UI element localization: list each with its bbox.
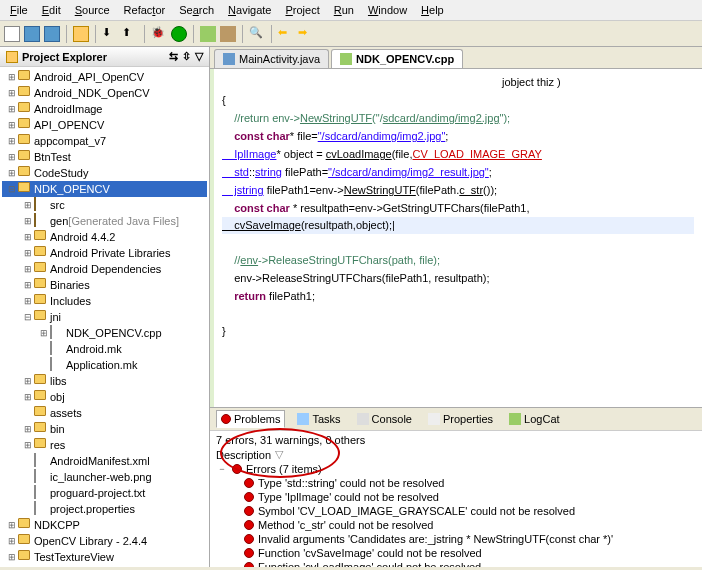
tree-item[interactable]: ⊞CodeStudy — [2, 165, 207, 181]
expand-icon[interactable]: ⊞ — [6, 520, 18, 530]
tree-item[interactable]: ⊞AndroidImage — [2, 101, 207, 117]
menu-edit[interactable]: Edit — [36, 2, 67, 18]
error-item[interactable]: Type 'std::string' could not be resolved — [216, 476, 696, 490]
menu-project[interactable]: Project — [280, 2, 326, 18]
error-item[interactable]: Type 'IplImage' could not be resolved — [216, 490, 696, 504]
new-class-icon[interactable] — [200, 26, 216, 42]
menu-run[interactable]: Run — [328, 2, 360, 18]
tree-item[interactable]: AndroidManifest.xml — [2, 453, 207, 469]
tree-item[interactable]: ⊞Android_NDK_OpenCV — [2, 85, 207, 101]
tree-item[interactable]: ⊞Includes — [2, 293, 207, 309]
back-icon[interactable]: ⬅ — [278, 26, 294, 42]
expand-icon[interactable]: ⊞ — [22, 424, 34, 434]
menu-source[interactable]: Source — [69, 2, 116, 18]
tree-item[interactable]: ic_launcher-web.png — [2, 469, 207, 485]
tree-item[interactable]: Android.mk — [2, 341, 207, 357]
build-icon[interactable] — [73, 26, 89, 42]
error-item[interactable]: Invalid arguments 'Candidates are:_jstri… — [216, 532, 696, 546]
expand-icon[interactable]: ⊞ — [22, 248, 34, 258]
error-item[interactable]: Function 'cvSaveImage' could not be reso… — [216, 546, 696, 560]
new-package-icon[interactable] — [220, 26, 236, 42]
view-menu-icon[interactable]: ▽ — [195, 50, 203, 63]
tab-console[interactable]: Console — [353, 410, 416, 428]
link-editor-icon[interactable]: ⇳ — [182, 50, 191, 63]
tab-problems[interactable]: Problems — [216, 410, 285, 428]
tree-item[interactable]: ⊞NDKCPP — [2, 517, 207, 533]
expand-icon[interactable]: ⊞ — [6, 552, 18, 562]
tree-item[interactable]: ⊞Binaries — [2, 277, 207, 293]
tree-item[interactable]: proguard-project.txt — [2, 485, 207, 501]
download-icon[interactable]: ⬇ — [102, 26, 118, 42]
tree-item[interactable]: ⊞src — [2, 197, 207, 213]
problems-column-header[interactable]: Description ▽ — [216, 447, 696, 462]
tree-item[interactable]: ⊞BtnTest — [2, 149, 207, 165]
tree-item[interactable]: ⊟jni — [2, 309, 207, 325]
tree-item[interactable]: Application.mk — [2, 357, 207, 373]
tree-item[interactable]: ⊞appcompat_v7 — [2, 133, 207, 149]
expand-icon[interactable]: ⊞ — [22, 264, 34, 274]
problems-view[interactable]: 7 errors, 31 warnings, 0 others Descript… — [210, 431, 702, 567]
tab-ndk-opencv[interactable]: NDK_OPENCV.cpp — [331, 49, 463, 68]
error-item[interactable]: Function 'cvLoadImage' could not be reso… — [216, 560, 696, 567]
tree-item[interactable]: ⊞Android_API_OpenCV — [2, 69, 207, 85]
expand-icon[interactable]: ⊞ — [22, 216, 34, 226]
tab-logcat[interactable]: LogCat — [505, 410, 563, 428]
expand-icon[interactable]: ⊞ — [6, 72, 18, 82]
expand-icon[interactable]: ⊞ — [22, 200, 34, 210]
tree-item[interactable]: ⊞bin — [2, 421, 207, 437]
tree-item[interactable]: ⊞Android Dependencies — [2, 261, 207, 277]
expand-icon[interactable]: ⊞ — [22, 232, 34, 242]
tab-properties[interactable]: Properties — [424, 410, 497, 428]
tree-item[interactable]: ⊞Android Private Libraries — [2, 245, 207, 261]
search-icon[interactable]: 🔍 — [249, 26, 265, 42]
error-item[interactable]: Method 'c_str' could not be resolved — [216, 518, 696, 532]
code-editor[interactable]: jobject thiz ) { //return env->NewString… — [210, 69, 702, 407]
menu-window[interactable]: Window — [362, 2, 413, 18]
tree-item[interactable]: ⊞TestTextureView — [2, 549, 207, 565]
debug-icon[interactable]: 🐞 — [151, 26, 167, 42]
expand-icon[interactable]: ⊟ — [6, 184, 18, 194]
menu-navigate[interactable]: Navigate — [222, 2, 277, 18]
expand-icon[interactable]: ⊞ — [22, 296, 34, 306]
expand-icon[interactable]: ⊞ — [22, 392, 34, 402]
forward-icon[interactable]: ➡ — [298, 26, 314, 42]
tree-item[interactable]: project.properties — [2, 501, 207, 517]
tree-item[interactable]: ⊞gen [Generated Java Files] — [2, 213, 207, 229]
tab-mainactivity[interactable]: MainActivity.java — [214, 49, 329, 68]
tree-item[interactable]: ⊞OpenCV Library - 2.4.4 — [2, 533, 207, 549]
expand-icon[interactable]: ⊞ — [6, 136, 18, 146]
expand-icon[interactable]: ⊞ — [6, 104, 18, 114]
save-icon[interactable] — [24, 26, 40, 42]
expand-icon[interactable]: ⊞ — [6, 120, 18, 130]
tree-item[interactable]: ⊞Android 4.4.2 — [2, 229, 207, 245]
menu-file[interactable]: FFileile — [4, 2, 34, 18]
collapse-all-icon[interactable]: ⇆ — [169, 50, 178, 63]
run-icon[interactable] — [171, 26, 187, 42]
expand-icon[interactable]: ⊞ — [22, 280, 34, 290]
save-all-icon[interactable] — [44, 26, 60, 42]
expand-icon[interactable]: ⊞ — [6, 88, 18, 98]
project-tree[interactable]: ⊞Android_API_OpenCV⊞Android_NDK_OpenCV⊞A… — [0, 67, 209, 567]
tab-tasks[interactable]: Tasks — [293, 410, 344, 428]
tree-item[interactable]: ⊟NDK_OPENCV — [2, 181, 207, 197]
menu-help[interactable]: Help — [415, 2, 450, 18]
menu-refactor[interactable]: Refactor — [118, 2, 172, 18]
tree-item[interactable]: ⊞NDK_OPENCV.cpp — [2, 325, 207, 341]
error-item[interactable]: Symbol 'CV_LOAD_IMAGE_GRAYSCALE' could n… — [216, 504, 696, 518]
errors-group[interactable]: −Errors (7 items) — [216, 462, 696, 476]
expand-icon[interactable]: ⊞ — [38, 328, 50, 338]
tree-item[interactable]: ⊞obj — [2, 389, 207, 405]
tree-item[interactable]: ⊞API_OPENCV — [2, 117, 207, 133]
expand-icon[interactable]: ⊟ — [22, 312, 34, 322]
tree-item[interactable]: ⊞libs — [2, 373, 207, 389]
expand-icon[interactable]: ⊞ — [6, 168, 18, 178]
expand-icon[interactable]: ⊞ — [6, 536, 18, 546]
expand-icon[interactable]: ⊞ — [22, 376, 34, 386]
tree-item[interactable]: assets — [2, 405, 207, 421]
expand-icon[interactable]: ⊞ — [6, 152, 18, 162]
new-icon[interactable] — [4, 26, 20, 42]
upload-icon[interactable]: ⬆ — [122, 26, 138, 42]
tree-item[interactable]: ⊞res — [2, 437, 207, 453]
menu-search[interactable]: Search — [173, 2, 220, 18]
expand-icon[interactable]: ⊞ — [22, 440, 34, 450]
